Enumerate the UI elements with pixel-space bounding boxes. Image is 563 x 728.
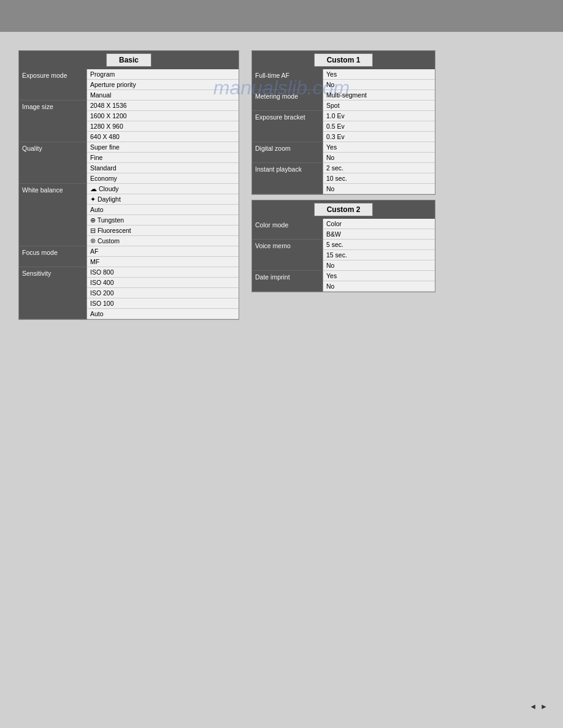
category-sensitivity: Sensitivity: [19, 267, 86, 319]
opt-fulltime-no: No: [323, 80, 435, 90]
custom2-title: Custom 2: [314, 203, 373, 216]
option-aperture-priority: Aperture priority: [87, 80, 239, 90]
custom1-two-col: Full-time AF Metering mode Exposure brac…: [252, 69, 435, 194]
category-white-balance: White balance: [19, 184, 86, 246]
navigation-area: ◄ ►: [529, 702, 548, 711]
option-2048x1536: 2048 X 1536: [87, 100, 239, 111]
cat-digital-zoom: Digital zoom: [252, 142, 323, 163]
opt-voice-5sec: 5 sec.: [323, 240, 435, 250]
opt-date-no: No: [323, 281, 435, 292]
opt-playback-10sec: 10 sec.: [323, 173, 435, 184]
opt-dzoom-no: No: [323, 153, 435, 163]
option-1280x960: 1280 X 960: [87, 121, 239, 132]
cat-metering-mode: Metering mode: [252, 90, 323, 111]
custom2-two-col: Color mode Voice memo Date imprint Color…: [252, 219, 435, 292]
option-iso800: ISO 800: [87, 267, 239, 278]
opt-playback-2sec: 2 sec.: [323, 163, 435, 173]
option-iso100: ISO 100: [87, 298, 239, 309]
cat-voice-memo: Voice memo: [252, 240, 323, 271]
opt-voice-15sec: 15 sec.: [323, 250, 435, 260]
category-image-size: Image size: [19, 100, 86, 142]
cat-exposure-bracket: Exposure bracket: [252, 111, 323, 142]
option-standard: Standard: [87, 163, 239, 173]
option-cloudy: ☁ Cloudy: [87, 184, 239, 194]
option-auto-iso: Auto: [87, 309, 239, 319]
opt-bracket-1ev: 1.0 Ev: [323, 111, 435, 121]
opt-metering-multi: Multi-segment: [323, 90, 435, 100]
option-iso400: ISO 400: [87, 278, 239, 288]
page-content: Basic Exposure mode Image size Quality W…: [0, 32, 563, 332]
custom1-title: Custom 1: [314, 53, 373, 67]
option-fine: Fine: [87, 153, 239, 163]
category-focus-mode: Focus mode: [19, 246, 86, 267]
basic-two-col: Exposure mode Image size Quality White b…: [19, 69, 239, 319]
option-daylight: ✦ Daylight: [87, 194, 239, 205]
option-iso200: ISO 200: [87, 288, 239, 298]
option-auto-wb: Auto: [87, 205, 239, 215]
opt-metering-spot: Spot: [323, 100, 435, 111]
custom2-menu: Custom 2 Color mode Voice memo Date impr…: [251, 200, 435, 292]
option-mf: MF: [87, 257, 239, 267]
option-fluorescent: ⊟ Fluorescent: [87, 226, 239, 236]
opt-voice-no: No: [323, 260, 435, 271]
basic-right-col: Program Aperture priority Manual 2048 X …: [86, 69, 239, 319]
opt-color-mode-bw: B&W: [323, 229, 435, 240]
basic-title: Basic: [106, 53, 151, 67]
category-exposure-mode: Exposure mode: [19, 69, 86, 100]
top-bar: [0, 0, 563, 32]
opt-playback-no: No: [323, 184, 435, 194]
cat-color-mode: Color mode: [252, 219, 323, 240]
option-1600x1200: 1600 X 1200: [87, 111, 239, 121]
opt-dzoom-yes: Yes: [323, 142, 435, 153]
option-tungsten: ⊕ Tungsten: [87, 215, 239, 226]
category-quality: Quality: [19, 142, 86, 184]
right-diagrams: Custom 1 Full-time AF Metering mode Expo…: [251, 50, 435, 320]
custom1-menu: Custom 1 Full-time AF Metering mode Expo…: [251, 50, 435, 195]
option-economy: Economy: [87, 173, 239, 184]
opt-bracket-0-5ev: 0.5 Ev: [323, 121, 435, 132]
opt-fulltime-yes: Yes: [323, 69, 435, 80]
custom1-right-col: Yes No Multi-segment Spot 1.0 Ev 0.5 Ev …: [323, 69, 435, 194]
option-640x480: 640 X 480: [87, 132, 239, 142]
custom2-left-col: Color mode Voice memo Date imprint: [252, 219, 323, 292]
basic-left-col: Exposure mode Image size Quality White b…: [19, 69, 86, 319]
option-custom-wb: ❊ Custom: [87, 236, 239, 246]
arrow-right[interactable]: ►: [540, 702, 548, 711]
option-super-fine: Super fine: [87, 142, 239, 153]
opt-color-mode-color: Color: [323, 219, 435, 229]
custom1-left-col: Full-time AF Metering mode Exposure brac…: [252, 69, 323, 194]
cat-date-imprint: Date imprint: [252, 271, 323, 292]
option-manual: Manual: [87, 90, 239, 100]
opt-date-yes: Yes: [323, 271, 435, 281]
basic-menu: Basic Exposure mode Image size Quality W…: [18, 50, 239, 320]
custom2-right-col: Color B&W 5 sec. 15 sec. No Yes No: [323, 219, 435, 292]
cat-instant-playback: Instant playback: [252, 163, 323, 194]
opt-bracket-0-3ev: 0.3 Ev: [323, 132, 435, 142]
diagrams-container: Basic Exposure mode Image size Quality W…: [18, 50, 545, 320]
option-program: Program: [87, 69, 239, 80]
cat-fulltime-af: Full-time AF: [252, 69, 323, 90]
arrow-left[interactable]: ◄: [529, 702, 537, 711]
option-af: AF: [87, 246, 239, 257]
